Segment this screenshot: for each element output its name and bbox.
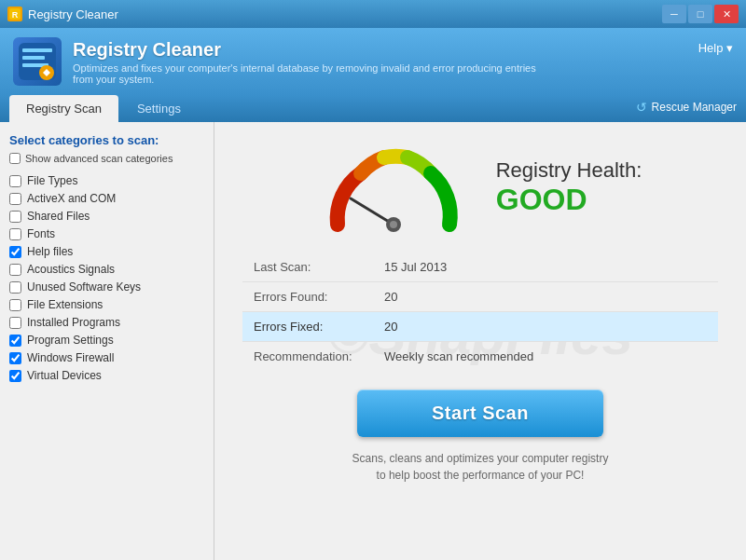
- svg-rect-4: [22, 56, 45, 60]
- stats-label: Recommendation:: [242, 342, 373, 372]
- title-bar: R Registry Cleaner ─ □ ✕: [0, 0, 746, 28]
- category-checkbox[interactable]: [9, 175, 21, 187]
- main-content: Select categories to scan: Show advanced…: [0, 122, 746, 560]
- category-checkbox[interactable]: [9, 246, 21, 258]
- category-item[interactable]: Program Settings: [9, 333, 204, 348]
- category-checkbox[interactable]: [9, 370, 21, 382]
- category-label: ActiveX and COM: [27, 192, 116, 205]
- stats-row: Recommendation:Weekly scan recommended: [242, 342, 718, 372]
- close-button[interactable]: ✕: [714, 5, 739, 23]
- advanced-toggle-label: Show advanced scan categories: [25, 153, 173, 164]
- minimize-button[interactable]: ─: [662, 5, 686, 23]
- category-checkbox[interactable]: [9, 335, 21, 347]
- tab-bar: Registry Scan Settings ↺ Rescue Manager: [0, 95, 746, 122]
- title-bar-left: R Registry Cleaner: [7, 7, 118, 21]
- category-checkbox[interactable]: [9, 264, 21, 276]
- title-bar-controls: ─ □ ✕: [662, 5, 739, 23]
- svg-line-7: [351, 198, 394, 225]
- category-item[interactable]: Windows Firewall: [9, 350, 204, 365]
- app-header-left: Registry Cleaner Optimizes and fixes you…: [13, 37, 558, 86]
- svg-text:R: R: [12, 10, 19, 20]
- rescue-icon: ↺: [636, 100, 647, 115]
- tab-registry-scan[interactable]: Registry Scan: [9, 95, 118, 122]
- category-label: Virtual Devices: [27, 369, 102, 382]
- start-scan-button[interactable]: Start Scan: [357, 389, 603, 437]
- category-checkbox[interactable]: [9, 211, 21, 223]
- scan-button-wrapper: Start Scan: [357, 389, 603, 437]
- category-item[interactable]: Installed Programs: [9, 315, 204, 330]
- rescue-manager-button[interactable]: ↺ Rescue Manager: [636, 100, 737, 122]
- category-checkbox[interactable]: [9, 352, 21, 364]
- gauge-and-health: Registry Health: GOOD: [319, 141, 642, 234]
- stats-label: Last Scan:: [242, 253, 373, 282]
- svg-point-9: [390, 221, 397, 228]
- scan-description: Scans, cleans and optimizes your compute…: [352, 450, 609, 484]
- app-header: Registry Cleaner Optimizes and fixes you…: [0, 28, 746, 95]
- stats-value: 15 Jul 2013: [373, 253, 718, 282]
- tabs: Registry Scan Settings: [9, 95, 198, 122]
- health-title: Registry Health:: [496, 158, 642, 183]
- category-item[interactable]: File Types: [9, 173, 204, 188]
- rescue-manager-label: Rescue Manager: [652, 101, 737, 114]
- advanced-toggle-checkbox[interactable]: [9, 153, 21, 164]
- stats-value: 20: [373, 312, 718, 342]
- app-logo: [13, 37, 62, 86]
- health-value: GOOD: [496, 183, 642, 217]
- help-button[interactable]: Help ▾: [698, 41, 733, 55]
- stats-row: Errors Fixed:20: [242, 312, 718, 342]
- tab-settings[interactable]: Settings: [120, 95, 198, 122]
- category-item[interactable]: Fonts: [9, 226, 204, 241]
- category-item[interactable]: File Extensions: [9, 297, 204, 312]
- sidebar-title: Select categories to scan:: [9, 133, 204, 147]
- right-panel: ©SnapFiles: [214, 122, 746, 560]
- category-item[interactable]: Help files: [9, 244, 204, 259]
- app-title: Registry Cleaner: [73, 39, 558, 61]
- category-checkbox[interactable]: [9, 281, 21, 294]
- advanced-toggle[interactable]: Show advanced scan categories: [9, 153, 204, 164]
- category-checkbox[interactable]: [9, 228, 21, 240]
- sidebar: Select categories to scan: Show advanced…: [0, 122, 214, 560]
- category-label: Windows Firewall: [27, 351, 114, 364]
- stats-label: Errors Fixed:: [242, 312, 373, 342]
- category-checkbox[interactable]: [9, 317, 21, 329]
- category-item[interactable]: Acoustics Signals: [9, 262, 204, 277]
- app-title-block: Registry Cleaner Optimizes and fixes you…: [73, 39, 558, 85]
- scan-description-line2: to help boost the performance of your PC…: [352, 467, 609, 484]
- maximize-button[interactable]: □: [688, 5, 712, 23]
- category-label: Fonts: [27, 227, 55, 240]
- category-label: Program Settings: [27, 334, 114, 347]
- window-title: Registry Cleaner: [28, 7, 118, 21]
- category-label: Shared Files: [27, 210, 90, 223]
- category-label: Acoustics Signals: [27, 263, 115, 276]
- category-label: Unused Software Keys: [27, 280, 141, 294]
- stats-row: Errors Found:20: [242, 282, 718, 312]
- app-subtitle: Optimizes and fixes your computer's inte…: [73, 62, 558, 85]
- gauge: [319, 141, 468, 234]
- stats-row: Last Scan:15 Jul 2013: [242, 253, 718, 282]
- stats-value: 20: [373, 282, 718, 312]
- app-icon: R: [7, 7, 22, 21]
- stats-table: Last Scan:15 Jul 2013Errors Found:20Erro…: [242, 253, 718, 371]
- category-label: File Extensions: [27, 298, 103, 311]
- category-item[interactable]: Virtual Devices: [9, 368, 204, 383]
- stats-label: Errors Found:: [242, 282, 373, 312]
- category-label: File Types: [27, 174, 77, 187]
- category-item[interactable]: Unused Software Keys: [9, 280, 204, 294]
- category-item[interactable]: Shared Files: [9, 209, 204, 224]
- category-label: Installed Programs: [27, 316, 120, 329]
- app-container: Registry Cleaner Optimizes and fixes you…: [0, 28, 746, 560]
- category-label: Help files: [27, 245, 73, 258]
- category-item[interactable]: ActiveX and COM: [9, 191, 204, 206]
- category-checkbox[interactable]: [9, 193, 21, 205]
- svg-rect-3: [22, 48, 52, 52]
- category-list: File TypesActiveX and COMShared FilesFon…: [9, 173, 204, 383]
- scan-description-line1: Scans, cleans and optimizes your compute…: [352, 450, 609, 467]
- stats-value: Weekly scan recommended: [373, 342, 718, 372]
- health-block: Registry Health: GOOD: [496, 158, 642, 217]
- category-checkbox[interactable]: [9, 299, 21, 311]
